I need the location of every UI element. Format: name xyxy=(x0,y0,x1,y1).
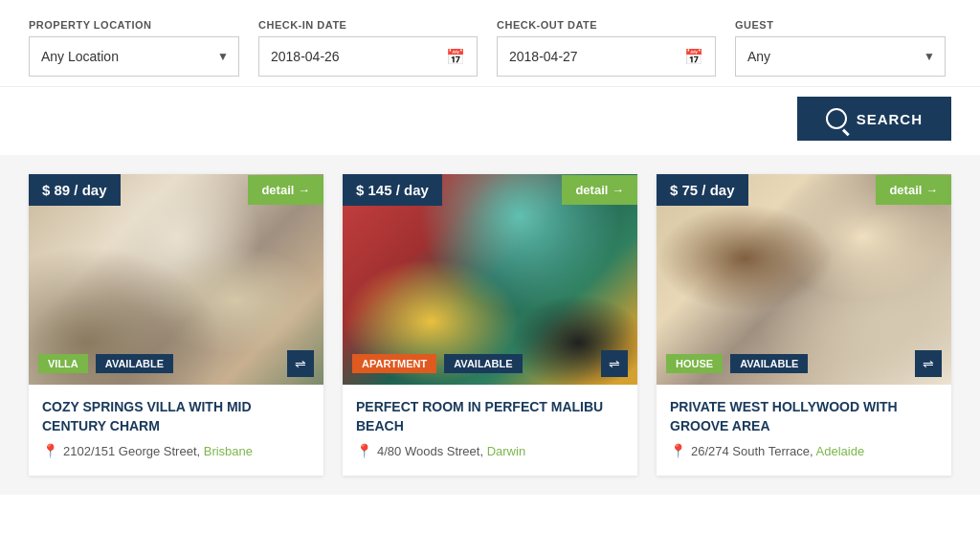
checkin-input[interactable] xyxy=(271,49,438,64)
available-badge: AVAILABLE xyxy=(444,354,522,373)
checkin-field: CHECK-IN DATE 📅 xyxy=(258,19,478,77)
type-badge: APARTMENT xyxy=(352,354,436,373)
card-info: PRIVATE WEST HOLLYWOOD WITH GROOVE AREA … xyxy=(657,385,951,476)
listing-card: $ 89 / day detail → VILLA AVAILABLE ⇌ CO… xyxy=(29,174,323,476)
available-badge: AVAILABLE xyxy=(730,354,808,373)
price-bar: $ 89 / day detail → xyxy=(29,174,323,206)
card-image-container: $ 75 / day detail → HOUSE AVAILABLE ⇌ xyxy=(657,174,951,385)
checkin-label: CHECK-IN DATE xyxy=(258,19,478,31)
guest-select-wrapper[interactable]: Any1 Guest2 Guests3 Guests4 Guests5+ Gue… xyxy=(735,36,946,77)
detail-button[interactable]: detail → xyxy=(248,175,323,205)
address-text: 4/80 Woods Street, Darwin xyxy=(377,444,525,458)
search-button-label: SEARCH xyxy=(857,111,923,127)
type-badge: VILLA xyxy=(38,354,88,373)
city-link[interactable]: Adelaide xyxy=(816,444,865,458)
search-icon xyxy=(826,108,847,129)
search-button[interactable]: SEARCH xyxy=(797,97,951,141)
search-button-row: SEARCH xyxy=(0,87,980,155)
bottom-bar: VILLA AVAILABLE ⇌ xyxy=(29,343,323,385)
guest-select[interactable]: Any1 Guest2 Guests3 Guests4 Guests5+ Gue… xyxy=(747,49,933,64)
card-info: COZY SPRINGS VILLA WITH MID CENTURY CHAR… xyxy=(29,385,323,476)
bottom-bar: APARTMENT AVAILABLE ⇌ xyxy=(343,343,637,385)
price-tag: $ 145 / day xyxy=(343,174,442,206)
address-text: 2102/151 George Street, Brisbane xyxy=(63,444,253,458)
card-image-container: $ 89 / day detail → VILLA AVAILABLE ⇌ xyxy=(29,174,323,385)
address-text: 26/274 South Terrace, Adelaide xyxy=(691,444,864,458)
price-bar: $ 145 / day detail → xyxy=(343,174,637,206)
card-title: COZY SPRINGS VILLA WITH MID CENTURY CHAR… xyxy=(42,398,310,435)
card-title: PRIVATE WEST HOLLYWOOD WITH GROOVE AREA xyxy=(670,398,938,435)
listing-card: $ 145 / day detail → APARTMENT AVAILABLE… xyxy=(343,174,637,476)
card-address: 📍 4/80 Woods Street, Darwin xyxy=(356,443,624,458)
price-bar: $ 75 / day detail → xyxy=(657,174,951,206)
location-select-wrapper[interactable]: Any LocationBrisbaneDarwinAdelaideSydney… xyxy=(29,36,239,77)
card-title: PERFECT ROOM IN PERFECT MALIBU BEACH xyxy=(356,398,624,435)
card-address: 📍 2102/151 George Street, Brisbane xyxy=(42,443,310,458)
bottom-bar: HOUSE AVAILABLE ⇌ xyxy=(657,343,951,385)
city-link[interactable]: Brisbane xyxy=(204,444,253,458)
checkout-label: CHECK-OUT DATE xyxy=(497,19,716,31)
checkin-date-wrapper[interactable]: 📅 xyxy=(258,36,478,77)
price-tag: $ 75 / day xyxy=(657,174,748,206)
location-field: PROPERTY LOCATION Any LocationBrisbaneDa… xyxy=(29,19,239,77)
detail-button[interactable]: detail → xyxy=(562,175,637,205)
location-pin-icon: 📍 xyxy=(42,443,58,458)
location-pin-icon: 📍 xyxy=(670,443,686,458)
compare-button[interactable]: ⇌ xyxy=(915,350,942,377)
location-select[interactable]: Any LocationBrisbaneDarwinAdelaideSydney… xyxy=(41,49,227,64)
detail-button[interactable]: detail → xyxy=(876,175,951,205)
checkin-calendar-icon[interactable]: 📅 xyxy=(446,48,465,66)
available-badge: AVAILABLE xyxy=(96,354,173,373)
guest-label: GUEST xyxy=(735,19,946,31)
search-bar: PROPERTY LOCATION Any LocationBrisbaneDa… xyxy=(0,0,980,155)
guest-field: GUEST Any1 Guest2 Guests3 Guests4 Guests… xyxy=(735,19,946,77)
checkout-field: CHECK-OUT DATE 📅 xyxy=(497,19,716,77)
checkout-input[interactable] xyxy=(509,49,677,64)
card-image-container: $ 145 / day detail → APARTMENT AVAILABLE… xyxy=(343,174,637,385)
type-badge: HOUSE xyxy=(666,354,723,373)
location-pin-icon: 📍 xyxy=(356,443,372,458)
card-address: 📍 26/274 South Terrace, Adelaide xyxy=(670,443,938,458)
listings-container: $ 89 / day detail → VILLA AVAILABLE ⇌ CO… xyxy=(0,155,980,495)
card-info: PERFECT ROOM IN PERFECT MALIBU BEACH 📍 4… xyxy=(343,385,637,476)
compare-button[interactable]: ⇌ xyxy=(601,350,628,377)
compare-button[interactable]: ⇌ xyxy=(287,350,314,377)
location-label: PROPERTY LOCATION xyxy=(29,19,239,31)
city-link[interactable]: Darwin xyxy=(487,444,525,458)
price-tag: $ 89 / day xyxy=(29,174,121,206)
checkout-date-wrapper[interactable]: 📅 xyxy=(497,36,716,77)
checkout-calendar-icon[interactable]: 📅 xyxy=(684,48,703,66)
listing-card: $ 75 / day detail → HOUSE AVAILABLE ⇌ PR… xyxy=(657,174,951,476)
